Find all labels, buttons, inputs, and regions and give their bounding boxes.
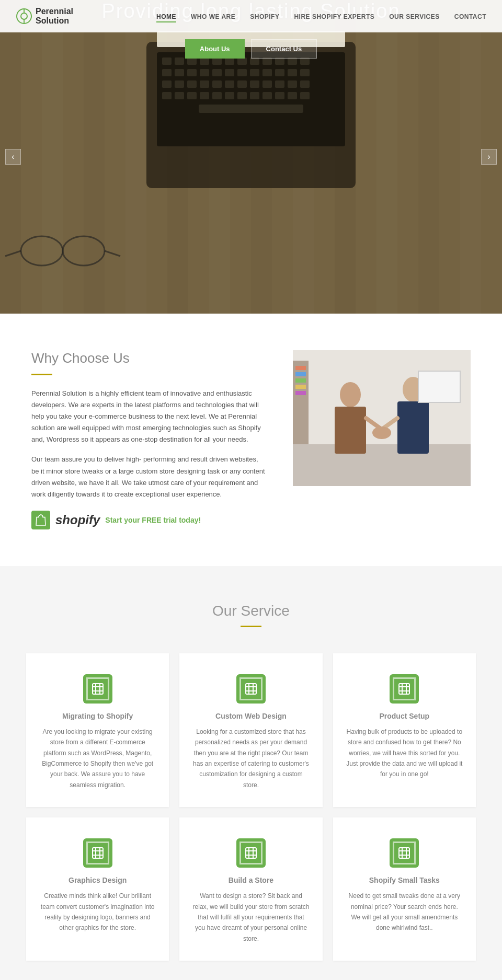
svg-rect-99 [246, 684, 256, 694]
why-para-1: Perennial Solution is a highly efficient… [31, 388, 267, 445]
nav-our-services[interactable]: OUR SERVICES [389, 11, 439, 21]
product-setup-icon [390, 674, 419, 704]
svg-rect-46 [187, 80, 197, 88]
service-desc-2: Having bulk of products to be uploaded t… [346, 727, 463, 780]
svg-rect-68 [199, 105, 303, 113]
svg-rect-86 [418, 371, 460, 402]
svg-rect-23 [200, 57, 209, 65]
services-title-wrap: Our Service [21, 603, 481, 627]
graphics-icon [83, 838, 112, 868]
about-us-button[interactable]: About Us [185, 39, 245, 59]
service-desc-5: Need to get small tweaks done at a very … [346, 891, 463, 933]
svg-rect-50 [237, 80, 247, 88]
service-name-1: Custom Web Design [192, 712, 310, 720]
migrating-icon [83, 674, 112, 704]
logo[interactable]: Perennial Solution [16, 7, 73, 25]
svg-rect-34 [187, 69, 197, 76]
svg-rect-32 [162, 69, 172, 76]
svg-rect-48 [212, 80, 222, 88]
svg-rect-30 [288, 57, 297, 65]
why-para-2: Our team assure you to deliver high- per… [31, 454, 267, 500]
svg-rect-33 [175, 69, 184, 76]
svg-rect-94 [93, 684, 103, 694]
hero-next-arrow[interactable]: › [481, 149, 497, 165]
svg-point-78 [340, 382, 361, 407]
why-image-inner [293, 350, 471, 486]
svg-rect-51 [250, 80, 259, 88]
svg-rect-91 [295, 378, 306, 383]
svg-rect-109 [93, 848, 103, 858]
svg-rect-26 [237, 57, 247, 65]
svg-rect-77 [293, 444, 471, 486]
shopify-cta-text: Start your FREE trial today! [105, 516, 201, 524]
service-desc-3: Creative minds think alike! Our brillian… [39, 891, 156, 933]
shopify-cta[interactable]: shopify Start your FREE trial today! [31, 511, 267, 529]
svg-rect-40 [263, 69, 272, 76]
svg-rect-55 [300, 80, 310, 88]
service-name-0: Migrating to Shopify [39, 712, 156, 720]
service-card-small-tasks: Shopify Small Tasks Need to get small tw… [333, 817, 476, 961]
svg-rect-65 [275, 92, 284, 99]
service-card-migrating: Migrating to Shopify Are you looking to … [26, 653, 169, 807]
svg-rect-83 [397, 401, 429, 454]
svg-rect-114 [246, 848, 256, 858]
service-desc-4: Want to design a store? Sit back and rel… [192, 891, 310, 944]
svg-rect-29 [275, 57, 284, 65]
svg-rect-59 [200, 92, 209, 99]
svg-rect-49 [225, 80, 234, 88]
services-section: Our Service Migrating to Shopify Are you… [0, 566, 502, 980]
why-title: Why Choose Us [31, 350, 267, 366]
services-grid: Migrating to Shopify Are you looking to … [26, 653, 476, 961]
hero-section: Providing long lasting Solution About Us… [0, 0, 502, 314]
svg-rect-60 [212, 92, 222, 99]
svg-rect-28 [263, 57, 272, 65]
svg-point-1 [21, 13, 27, 19]
why-image [293, 350, 471, 486]
svg-rect-21 [175, 57, 184, 65]
service-card-custom-web: Custom Web Design Looking for a customiz… [179, 653, 322, 807]
services-title: Our Service [21, 603, 481, 619]
service-name-3: Graphics Design [39, 876, 156, 884]
svg-rect-35 [200, 69, 209, 76]
svg-rect-58 [187, 92, 197, 99]
service-card-graphics: Graphics Design Creative minds think ali… [26, 817, 169, 961]
svg-rect-42 [288, 69, 297, 76]
svg-rect-57 [175, 92, 184, 99]
svg-rect-54 [288, 80, 297, 88]
svg-rect-104 [399, 684, 409, 694]
svg-point-85 [372, 426, 391, 439]
nav-hire-experts[interactable]: HIRE SHOPIFY EXPERTS [294, 11, 374, 21]
hero-prev-arrow[interactable]: ‹ [5, 149, 21, 165]
why-underline [31, 374, 52, 375]
svg-rect-44 [162, 80, 172, 88]
contact-us-button[interactable]: Contact Us [251, 39, 317, 59]
logo-icon [16, 8, 32, 25]
shopify-logo-text: shopify [55, 513, 100, 527]
svg-rect-80 [335, 407, 366, 454]
nav-shopify[interactable]: SHOPIFY [250, 11, 279, 21]
nav-who-we-are[interactable]: WHO WE ARE [191, 11, 235, 21]
service-desc-1: Looking for a customized store that has … [192, 727, 310, 790]
svg-rect-36 [212, 69, 222, 76]
svg-rect-25 [225, 57, 234, 65]
svg-rect-39 [250, 69, 259, 76]
nav-contact[interactable]: CONTACT [454, 11, 486, 21]
nav-links: HOME WHO WE ARE SHOPIFY HIRE SHOPIFY EXP… [156, 11, 486, 21]
svg-rect-56 [162, 92, 172, 99]
service-card-build-store: Build a Store Want to design a store? Si… [179, 817, 322, 961]
service-name-2: Product Setup [346, 712, 463, 720]
svg-rect-31 [300, 57, 310, 65]
svg-rect-61 [225, 92, 234, 99]
svg-rect-89 [295, 366, 306, 370]
service-card-product-setup: Product Setup Having bulk of products to… [333, 653, 476, 807]
svg-rect-20 [162, 57, 172, 65]
small-tasks-icon [390, 838, 419, 868]
svg-rect-52 [263, 80, 272, 88]
why-section: Why Choose Us Perennial Solution is a hi… [0, 314, 502, 566]
nav-home[interactable]: HOME [156, 11, 176, 21]
svg-rect-66 [288, 92, 297, 99]
hero-buttons: About Us Contact Us [0, 39, 502, 59]
svg-rect-38 [237, 69, 247, 76]
svg-rect-119 [399, 848, 409, 858]
service-name-4: Build a Store [192, 876, 310, 884]
